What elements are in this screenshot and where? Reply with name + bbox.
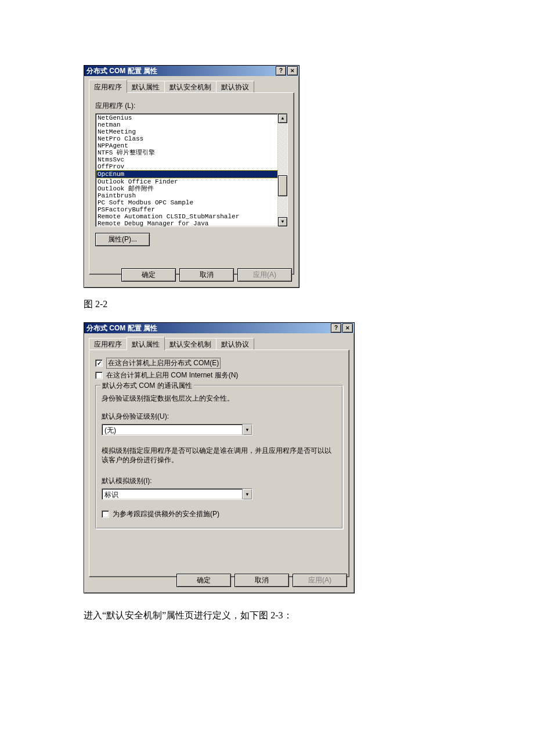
- list-item[interactable]: Remote Automation CLSID_StubMarshaler: [96, 213, 287, 220]
- tab-body: 在这台计算机上启用分布式 COM(E) 在这台计算机上启用 COM Intern…: [89, 350, 349, 577]
- tab-default-properties[interactable]: 默认属性: [127, 81, 165, 93]
- instruction-paragraph: 进入“默认安全机制”属性页进行定义，如下图 2-3：: [84, 610, 534, 622]
- auth-level-value: (无): [102, 424, 242, 435]
- list-item[interactable]: NtmsSvc: [96, 156, 287, 163]
- enable-dcom-label: 在这台计算机上启用分布式 COM(E): [106, 358, 221, 369]
- tab-default-security[interactable]: 默认安全机制: [164, 338, 217, 350]
- scrollbar[interactable]: [277, 114, 287, 226]
- list-item[interactable]: NetPro Class: [96, 135, 287, 142]
- auth-level-combo[interactable]: (无): [102, 424, 252, 435]
- dialog-button-row: 确定 取消 应用(A): [121, 268, 292, 282]
- chevron-down-icon[interactable]: [242, 489, 252, 499]
- checkbox-icon: [95, 372, 103, 379]
- dcom-config-dialog-1: 分布式 COM 配置 属性 应用程序 默认属性 默认安全机制 默认协议 应用程序…: [84, 65, 300, 288]
- group-legend: 默认分布式 COM 的通讯属性: [100, 381, 194, 391]
- tab-strip: 应用程序 默认属性 默认安全机制 默认协议: [89, 81, 294, 92]
- track-reference-checkbox[interactable]: 为参考跟踪提供额外的安全措施(P): [102, 509, 337, 519]
- list-item[interactable]: PSFactoryBuffer: [96, 206, 287, 213]
- list-item[interactable]: Outlook 邮件附件: [96, 185, 287, 192]
- checkbox-icon: [95, 359, 103, 367]
- ok-button[interactable]: 确定: [121, 268, 176, 282]
- tab-applications[interactable]: 应用程序: [89, 80, 127, 93]
- enable-com-internet-checkbox[interactable]: 在这台计算机上启用 COM Internet 服务(N): [95, 370, 343, 380]
- window-title: 分布式 COM 配置 属性: [86, 66, 275, 76]
- track-reference-label: 为参考跟踪提供额外的安全措施(P): [113, 509, 219, 519]
- ok-button[interactable]: 确定: [176, 574, 231, 587]
- titlebar: 分布式 COM 配置 属性: [84, 323, 354, 333]
- tab-default-properties[interactable]: 默认属性: [127, 337, 165, 350]
- close-button[interactable]: [287, 66, 298, 75]
- list-item[interactable]: NPPAgent: [96, 142, 287, 149]
- imp-desc: 模拟级别指定应用程序是否可以确定是谁在调用，并且应用程序是否可以以该客户的身份进…: [102, 446, 337, 465]
- help-button[interactable]: [331, 323, 341, 333]
- apply-button[interactable]: 应用(A): [237, 268, 292, 282]
- imp-level-value: 标识: [102, 489, 242, 499]
- list-item[interactable]: netman: [96, 121, 287, 128]
- auth-desc: 身份验证级别指定数据包层次上的安全性。: [102, 394, 337, 404]
- auth-level-label: 默认身份验证级别(U):: [102, 412, 337, 422]
- enable-dcom-checkbox[interactable]: 在这台计算机上启用分布式 COM(E): [95, 358, 343, 368]
- dialog-button-row: 确定 取消 应用(A): [176, 574, 347, 587]
- cancel-button[interactable]: 取消: [179, 268, 234, 282]
- figure-caption-2-2: 图 2-2: [84, 298, 534, 311]
- scroll-thumb[interactable]: [278, 175, 287, 196]
- window-title: 分布式 COM 配置 属性: [86, 323, 330, 333]
- checkbox-icon: [102, 510, 109, 518]
- list-item[interactable]: NetGenius: [96, 114, 287, 121]
- applications-listbox[interactable]: NetGeniusnetmanNetMeetingNetPro ClassNPP…: [95, 113, 288, 227]
- tab-default-protocols[interactable]: 默认协议: [216, 81, 254, 93]
- apply-button[interactable]: 应用(A): [293, 574, 347, 587]
- list-item[interactable]: Remote Debug Manager for Java: [96, 220, 287, 227]
- imp-level-label: 默认模拟级别(I):: [102, 476, 337, 486]
- dcom-config-dialog-2: 分布式 COM 配置 属性 应用程序 默认属性 默认安全机制 默认协议 在这台计…: [84, 322, 355, 593]
- properties-button[interactable]: 属性(P)...: [95, 233, 150, 246]
- imp-level-combo[interactable]: 标识: [102, 488, 252, 500]
- tab-default-security[interactable]: 默认安全机制: [164, 81, 217, 93]
- list-item[interactable]: OpcEnum: [96, 170, 287, 178]
- scroll-down-button[interactable]: [278, 217, 287, 226]
- default-dcom-comm-group: 默认分布式 COM 的通讯属性 身份验证级别指定数据包层次上的安全性。 默认身份…: [95, 385, 343, 529]
- list-item[interactable]: Paintbrush: [96, 192, 287, 199]
- cancel-button[interactable]: 取消: [234, 574, 289, 587]
- list-item[interactable]: OffProv: [96, 163, 287, 170]
- tab-applications[interactable]: 应用程序: [89, 338, 127, 350]
- tab-body: 应用程序 (L): NetGeniusnetmanNetMeetingNetPr…: [89, 92, 294, 275]
- list-item[interactable]: PC Soft Modbus OPC Sample: [96, 199, 287, 206]
- close-button[interactable]: [342, 323, 353, 333]
- chevron-down-icon[interactable]: [242, 424, 252, 435]
- tab-default-protocols[interactable]: 默认协议: [216, 338, 254, 350]
- list-item[interactable]: NTFS 碎片整理引擎: [96, 149, 287, 156]
- scroll-up-button[interactable]: [278, 114, 287, 123]
- apps-label: 应用程序 (L):: [95, 101, 288, 111]
- tab-strip: 应用程序 默认属性 默认安全机制 默认协议: [89, 338, 349, 350]
- scroll-track[interactable]: [278, 123, 287, 217]
- list-item[interactable]: Outlook Office Finder: [96, 178, 287, 185]
- titlebar: 分布式 COM 配置 属性: [84, 66, 299, 76]
- enable-com-internet-label: 在这台计算机上启用 COM Internet 服务(N): [106, 370, 238, 380]
- help-button[interactable]: [276, 66, 286, 75]
- list-item[interactable]: NetMeeting: [96, 128, 287, 135]
